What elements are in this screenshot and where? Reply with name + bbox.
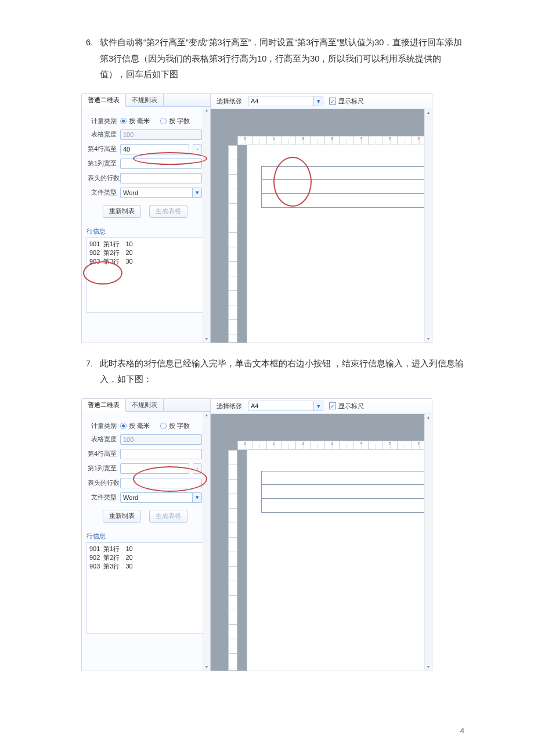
canvas-area: 选择纸张 A4 ▾ ✓ 显示标尺 012345678910 [211,94,432,343]
row-info-item[interactable]: 903第3行30 [89,257,139,266]
scroll-down-icon[interactable]: ▾ [425,664,432,671]
col-width-label: 第1列宽至 [88,464,117,473]
tab-normal-2d[interactable]: 普通二维表 [82,94,126,107]
screenshot-step6: 普通二维表 不规则表 ▴ ▾ 计量类别 按 毫米 按 字数 表格宽度 100 [81,93,432,343]
generate-button[interactable]: 生成表格 [149,510,187,523]
paper-select[interactable]: A4 ▾ [248,401,323,411]
col-width-label: 第1列宽至 [88,159,117,168]
scroll-down-icon[interactable]: ▾ [425,336,432,343]
preview-table-row [261,485,427,499]
row-info-list[interactable]: 901第1行10902第2行20903第3行30 [86,237,205,313]
radio-dot-on-icon [120,423,127,429]
ruler-tick [369,136,383,145]
table-width-input[interactable]: 100 [120,129,202,140]
row-height-label: 第4行高至 [88,449,117,458]
tab-irregular[interactable]: 不规则表 [126,399,164,411]
radio-chars[interactable]: 按 字数 [160,117,190,125]
ruler-tick: 5 [383,136,398,145]
paper [247,145,432,343]
ruler-tick [369,441,383,449]
step-number: 7. [81,356,93,388]
scroll-down-icon[interactable]: ▾ [203,664,210,671]
chevron-down-icon: ▾ [313,401,323,411]
reset-button[interactable]: 重新制表 [103,510,141,523]
panel-scrollbar[interactable]: ▴ ▾ [203,412,210,671]
col-width-input[interactable] [120,159,202,169]
screenshot-step7: 普通二维表 不规则表 ▴ ▾ 计量类别 按 毫米 按 字数 表格宽度 100 [81,398,432,671]
scroll-up-icon[interactable]: ▴ [203,107,210,114]
tab-normal-2d[interactable]: 普通二维表 [82,399,126,412]
ruler-tick: 3 [325,136,340,145]
canvas-scrollbar[interactable]: ▴ ▾ [424,414,432,671]
ruler-tick: 5 [383,441,398,449]
ruler-tick: 0 [238,136,252,145]
chevron-right-icon: › [197,466,199,471]
row-info-item[interactable]: 902第2行20 [89,553,139,562]
panel-tabs: 普通二维表 不规则表 [82,399,210,412]
ruler-tick [282,136,296,145]
file-type-label: 文件类型 [88,493,117,502]
scroll-down-icon[interactable]: ▾ [203,336,210,343]
ruler-tick [282,441,296,449]
preview-table-row [261,471,427,485]
radio-chars[interactable]: 按 字数 [160,422,190,430]
ruler-tick [252,136,267,145]
ruler-tick: 0 [238,441,252,449]
canvas-area: 选择纸张 A4 ▾ ✓ 显示标尺 012345678910 [211,399,432,671]
row-height-next-button[interactable]: › [193,144,202,154]
header-rows-label: 表头的行数 [88,478,117,487]
horizontal-ruler: 012345678910 [237,136,432,145]
page-number: 4 [460,726,464,735]
ruler-tick: 4 [354,441,369,449]
check-icon: ✓ [330,403,335,409]
reset-button[interactable]: 重新制表 [103,205,141,218]
header-rows-input[interactable] [120,478,202,488]
scroll-up-icon[interactable]: ▴ [425,414,432,421]
panel-scrollbar[interactable]: ▴ ▾ [203,107,210,343]
paper [247,450,432,671]
row-height-label: 第4行高至 [88,145,117,153]
ruler-tick [398,136,412,145]
canvas-scrollbar[interactable]: ▴ ▾ [424,109,432,343]
header-rows-label: 表头的行数 [88,174,117,182]
row-height-input[interactable] [120,449,202,459]
show-ruler-checkbox[interactable]: ✓ 显示标尺 [329,97,364,106]
row-info-item[interactable]: 902第2行20 [89,249,139,257]
row-info-item[interactable]: 903第3行30 [89,562,139,571]
chevron-down-icon: ▾ [192,188,201,197]
step-number: 6. [81,35,93,83]
chevron-down-icon: ▾ [192,493,201,502]
chevron-right-icon: › [197,146,199,152]
header-rows-input[interactable] [120,173,202,183]
file-type-select[interactable]: Word ▾ [120,492,202,503]
show-ruler-checkbox[interactable]: ✓ 显示标尺 [329,402,364,411]
row-info-item[interactable]: 901第1行10 [89,240,139,249]
row-height-input[interactable]: 40 [120,144,189,154]
scroll-up-icon[interactable]: ▴ [425,109,432,116]
paper-label: 选择纸张 [217,97,242,106]
ruler-tick: 1 [267,136,282,145]
ruler-tick [398,441,412,449]
file-type-select[interactable]: Word ▾ [120,188,202,198]
table-width-input[interactable]: 100 [120,434,202,445]
col-width-next-button[interactable]: › [193,463,202,474]
ruler-tick: 2 [296,441,311,449]
horizontal-ruler: 012345678910 [237,441,432,450]
tab-irregular[interactable]: 不规则表 [126,94,164,106]
check-icon: ✓ [330,98,335,105]
row-info-title: 行信息 [86,532,210,541]
row-info-title: 行信息 [86,227,210,236]
table-width-label: 表格宽度 [88,130,117,139]
row-info-item[interactable]: 901第1行10 [89,545,139,553]
generate-button[interactable]: 生成表格 [149,205,187,218]
col-width-input[interactable] [120,463,189,474]
paper-select[interactable]: A4 ▾ [248,96,323,106]
preview-table-row [261,499,427,513]
vertical-ruler [228,450,237,671]
radio-mm[interactable]: 按 毫米 [120,422,150,430]
preview-table [261,166,427,208]
radio-mm[interactable]: 按 毫米 [120,117,150,125]
paper-label: 选择纸张 [217,402,242,411]
row-info-list[interactable]: 901第1行10902第2行20903第3行30 [86,542,205,634]
scroll-up-icon[interactable]: ▴ [203,412,210,419]
